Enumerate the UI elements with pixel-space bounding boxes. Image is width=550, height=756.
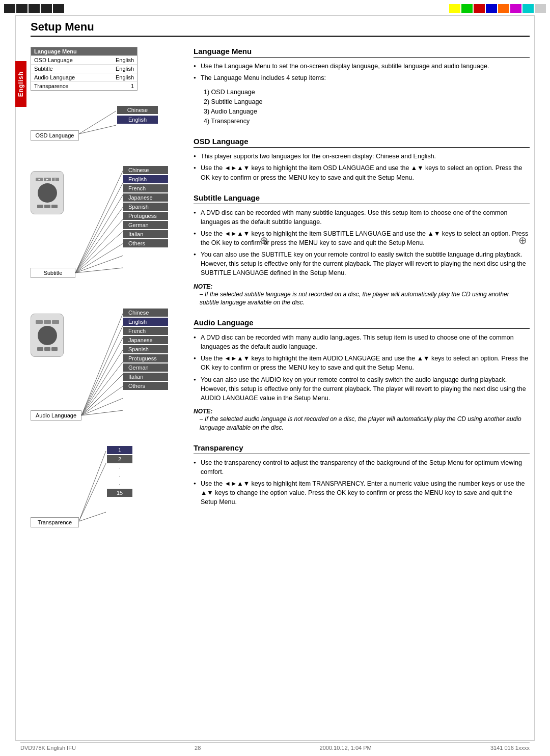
- svg-line-15: [81, 361, 123, 415]
- subtitle-base-label: Subtitle: [31, 268, 75, 278]
- transp-base-label: Transparence: [31, 517, 79, 527]
- menu-item-4: 4) Transparency: [204, 117, 530, 126]
- subtitle-note-box: NOTE: – If the selected subtitle languag…: [194, 283, 530, 307]
- left-column-diagrams: Language Menu OSD Language English Subti…: [31, 47, 178, 538]
- svg-line-10: [75, 268, 123, 273]
- language-menu-items: 1) OSD Language 2) Subtitle Language 3) …: [204, 88, 530, 126]
- heading-subtitle-language: Subtitle Language: [194, 193, 530, 204]
- heading-transparency: Transparency: [194, 443, 530, 454]
- heading-osd-language: OSD Language: [194, 137, 530, 148]
- bullet-osd-2: Use the ◄►▲▼ keys to highlight the item …: [194, 163, 530, 182]
- audio-options-list: Chinese English French Japanese Spanish …: [123, 309, 168, 390]
- bullet-sub-3: You can also use the SUBTITLE key on you…: [194, 250, 530, 277]
- audio-diagram-block: Chinese English French Japanese Spanish …: [31, 309, 178, 421]
- svg-line-6: [75, 219, 123, 273]
- osd-diagram-block: OSD Language Chinese English: [31, 106, 178, 141]
- lang-menu-row-audio: Audio Language English: [31, 73, 137, 81]
- section-transparency: Transparency Use the transparency contro…: [194, 443, 530, 507]
- audio-note-box: NOTE: – If the selected audio language i…: [194, 408, 530, 432]
- svg-line-0: [79, 111, 116, 134]
- bullet-lang-1: Use the Language Menu to set the on-scre…: [194, 62, 530, 71]
- footer-date: 2000.10.12, 1:04 PM: [320, 745, 372, 751]
- section-audio-language: Audio Language A DVD disc can be recorde…: [194, 318, 530, 432]
- subtitle-note-label: NOTE:: [194, 283, 530, 290]
- right-column-text: Language Menu Use the Language Menu to s…: [194, 47, 530, 538]
- svg-line-8: [75, 243, 123, 273]
- svg-line-4: [75, 194, 123, 273]
- transp-options: 1 2 · · · 15: [107, 446, 132, 497]
- audio-note-text: – If the selected audio language is not …: [194, 415, 530, 432]
- subtitle-note-text: – If the selected subtitle language is n…: [194, 290, 530, 307]
- svg-line-14: [81, 349, 123, 415]
- page-footer: DVD978K English IFU 28 2000.10.12, 1:04 …: [20, 742, 530, 751]
- bullet-osd-1: This player supports two languages for t…: [194, 152, 530, 161]
- lang-menu-box: Language Menu OSD Language English Subti…: [31, 47, 138, 91]
- heading-audio-language: Audio Language: [194, 318, 530, 329]
- lang-menu-diagram: Language Menu OSD Language English Subti…: [31, 47, 178, 91]
- lang-menu-row-osd: OSD Language English: [31, 55, 137, 64]
- section-osd-language: OSD Language This player supports two la…: [194, 137, 530, 182]
- menu-item-1: 1) OSD Language: [204, 88, 530, 97]
- osd-opt-chinese: Chinese: [117, 106, 158, 114]
- section-language-menu: Language Menu Use the Language Menu to s…: [194, 47, 530, 126]
- bullet-audio-3: You can also use the AUDIO key on your r…: [194, 375, 530, 403]
- sidebar-tab: English: [15, 61, 26, 107]
- transparency-bullets: Use the transparency control to adjust t…: [194, 458, 530, 507]
- osd-language-bullets: This player supports two languages for t…: [194, 152, 530, 182]
- svg-line-1: [79, 125, 116, 134]
- menu-item-2: 2) Subtitle Language: [204, 97, 530, 107]
- main-content: Setup Menu Language Menu OSD Language En…: [31, 20, 530, 558]
- lang-menu-row-subtitle: Subtitle English: [31, 64, 137, 73]
- footer-right: 3141 016 1xxxx: [490, 745, 530, 751]
- svg-line-21: [79, 463, 106, 521]
- bullet-sub-1: A DVD disc can be recorded with many sub…: [194, 208, 530, 227]
- bullet-transp-2: Use the ◄►▲▼ keys to highlight item TRAN…: [194, 479, 530, 507]
- bullet-transp-1: Use the transparency control to adjust t…: [194, 458, 530, 477]
- page-title: Setup Menu: [31, 20, 530, 37]
- svg-line-12: [81, 325, 123, 415]
- audio-language-bullets: A DVD disc can be recorded with many aud…: [194, 333, 530, 403]
- svg-line-17: [81, 386, 123, 415]
- footer-left: DVD978K English IFU: [20, 745, 76, 751]
- svg-line-3: [75, 182, 123, 273]
- black-bar-top: [4, 4, 64, 13]
- lang-menu-title: Language Menu: [31, 47, 137, 55]
- bullet-audio-1: A DVD disc can be recorded with many aud…: [194, 333, 530, 351]
- svg-line-20: [79, 451, 106, 521]
- lang-menu-row-transp: Transparence 1: [31, 81, 137, 90]
- svg-line-18: [81, 398, 123, 415]
- subtitle-options-list: Chinese English French Japanese Spanish …: [123, 166, 168, 247]
- svg-line-7: [75, 231, 123, 273]
- svg-line-2: [75, 170, 123, 273]
- osd-opt-english: English: [117, 116, 158, 124]
- remote-ctrl-audio: [31, 314, 64, 357]
- menu-item-3: 3) Audio Language: [204, 107, 530, 117]
- bullet-lang-2: The Language Menu includes 4 setup items…: [194, 73, 530, 82]
- audio-note-label: NOTE:: [194, 408, 530, 415]
- osd-base-label: OSD Language: [31, 130, 79, 141]
- transp-diagram-block: Transparence 1 2 · · · 15: [31, 446, 178, 527]
- subtitle-language-bullets: A DVD disc can be recorded with many sub…: [194, 208, 530, 278]
- svg-line-19: [81, 410, 123, 415]
- footer-page-num: 28: [195, 745, 201, 751]
- sidebar-label: English: [17, 71, 24, 97]
- svg-line-13: [81, 337, 123, 415]
- svg-line-5: [75, 207, 123, 273]
- audio-base-label: Audio Language: [31, 410, 81, 421]
- bullet-audio-2: Use the ◄►▲▼ keys to highlight the item …: [194, 354, 530, 372]
- heading-language-menu: Language Menu: [194, 47, 530, 58]
- section-subtitle-language: Subtitle Language A DVD disc can be reco…: [194, 193, 530, 307]
- svg-line-16: [81, 374, 123, 415]
- svg-line-11: [81, 313, 123, 415]
- subtitle-diagram-block: ■ ▶ ‖ Chinese Engl: [31, 166, 178, 278]
- svg-line-22: [79, 512, 106, 521]
- osd-options: Chinese English: [117, 106, 158, 124]
- two-col-layout: Language Menu OSD Language English Subti…: [31, 47, 530, 538]
- remote-ctrl-subtitle: ■ ▶ ‖: [31, 171, 64, 214]
- language-menu-bullets: Use the Language Menu to set the on-scre…: [194, 62, 530, 82]
- color-bar-top: [449, 4, 546, 13]
- bullet-sub-2: Use the ◄►▲▼ keys to highlight the item …: [194, 229, 530, 247]
- svg-line-9: [75, 256, 123, 273]
